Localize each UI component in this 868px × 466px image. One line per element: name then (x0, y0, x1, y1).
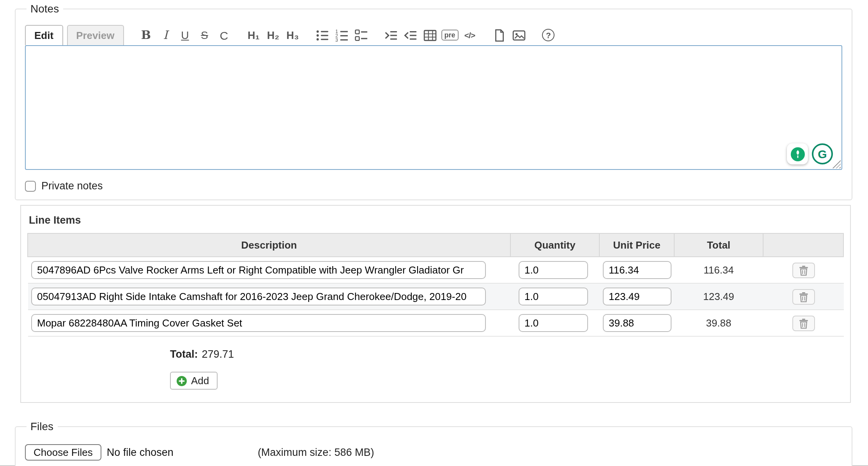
files-legend: Files (27, 420, 57, 432)
file-upload-row: Choose Files No file chosen (Maximum siz… (25, 444, 842, 461)
tab-preview[interactable]: Preview (67, 25, 124, 45)
insert-image-button[interactable] (509, 26, 528, 44)
notes-legend: Notes (27, 2, 63, 15)
add-button-label: Add (191, 375, 209, 387)
private-notes-label: Private notes (41, 180, 103, 192)
add-line-item-button[interactable]: Add (170, 372, 218, 390)
description-input[interactable] (31, 288, 485, 305)
indent-icon (384, 28, 397, 42)
help-button[interactable]: ? (539, 26, 558, 44)
table-icon (423, 28, 436, 42)
total-value: 279.71 (202, 348, 234, 360)
image-icon (512, 28, 525, 42)
bold-button[interactable]: B (136, 26, 156, 44)
col-description: Description (28, 233, 510, 257)
col-actions (763, 233, 843, 257)
row-total-value: 116.34 (703, 264, 734, 276)
grammarly-g-icon: G (818, 147, 827, 161)
line-item-row: 123.49 (28, 283, 843, 310)
quantity-input[interactable] (518, 314, 588, 332)
underline-icon: U (181, 29, 189, 41)
unit-price-input[interactable] (602, 314, 671, 332)
heading2-button[interactable]: H₂ (263, 26, 283, 44)
pre-icon: pre (441, 30, 458, 41)
delete-row-button[interactable] (792, 262, 815, 278)
attach-file-icon (492, 28, 506, 42)
underline-button[interactable]: U (175, 26, 195, 44)
blockquote-button[interactable] (381, 26, 400, 44)
tab-edit[interactable]: Edit (25, 25, 63, 45)
trash-icon (798, 291, 808, 302)
quantity-input[interactable] (518, 261, 588, 279)
svg-text:3: 3 (335, 37, 338, 42)
unit-price-input[interactable] (602, 261, 671, 279)
heading2-icon: H₂ (267, 29, 280, 41)
italic-button[interactable]: I (156, 26, 175, 44)
line-item-row: 39.88 (28, 310, 843, 336)
editor-toolbar: Edit Preview B I U S C H₁ H₂ H₃ (25, 24, 842, 45)
insert-file-button[interactable] (489, 26, 509, 44)
ordered-list-icon: 123 (335, 28, 348, 42)
col-quantity: Quantity (510, 233, 599, 257)
heading1-button[interactable]: H₁ (244, 26, 263, 44)
unit-price-input[interactable] (602, 288, 671, 305)
strikethrough-button[interactable]: S (195, 26, 214, 44)
heading3-icon: H₃ (286, 29, 299, 41)
inline-code-button[interactable]: C (214, 26, 234, 44)
inline-code-icon: C (220, 28, 229, 42)
no-file-chosen-text: No file chosen (107, 447, 174, 458)
description-input[interactable] (31, 314, 485, 332)
col-unit-price: Unit Price (599, 233, 674, 257)
notes-editor: Edit Preview B I U S C H₁ H₂ H₃ (25, 24, 842, 170)
italic-icon: I (163, 28, 168, 42)
private-notes-row: Private notes (25, 180, 842, 192)
files-fieldset: Files Choose Files No file chosen (Maxim… (15, 420, 852, 466)
help-icon: ? (542, 29, 554, 41)
unordered-list-icon (315, 28, 329, 42)
task-list-icon (354, 28, 368, 42)
code-block-icon: </> (464, 30, 475, 40)
issue-form-page: Notes Edit Preview B I U S C H₁ H₂ (0, 0, 868, 466)
description-input[interactable] (31, 261, 485, 279)
notes-textarea[interactable] (25, 45, 842, 170)
notes-textarea-wrapper: G (25, 45, 842, 170)
preformatted-button[interactable]: pre (439, 26, 460, 44)
line-items-title: Line Items (29, 214, 844, 226)
trash-icon (798, 265, 808, 275)
trash-icon (798, 318, 808, 328)
private-notes-checkbox[interactable] (25, 180, 36, 191)
row-total-value: 123.49 (703, 291, 734, 302)
line-items-table: Description Quantity Unit Price Total 11… (27, 233, 844, 337)
add-plus-icon (176, 375, 187, 386)
grammarly-button[interactable]: G (812, 143, 833, 164)
unquote-button[interactable] (400, 26, 420, 44)
heading1-icon: H₁ (248, 29, 260, 41)
choose-files-button[interactable]: Choose Files (25, 444, 101, 461)
grammarly-suggestions-icon (790, 147, 804, 161)
total-label: Total: (170, 348, 198, 360)
line-items-section: Line Items Description Quantity Unit Pri… (20, 205, 851, 403)
line-items-total: Total:279.71 (170, 348, 844, 360)
delete-row-button[interactable] (792, 315, 815, 331)
table-button[interactable] (420, 26, 439, 44)
grammarly-badges: G (787, 143, 833, 164)
code-block-button[interactable]: </> (460, 26, 479, 44)
delete-row-button[interactable] (792, 289, 815, 304)
outdent-icon (404, 28, 417, 42)
line-items-header-row: Description Quantity Unit Price Total (28, 233, 843, 257)
ordered-list-button[interactable]: 123 (332, 26, 351, 44)
quantity-input[interactable] (518, 288, 588, 305)
col-total: Total (674, 233, 763, 257)
formatting-toolbar: B I U S C H₁ H₂ H₃ (136, 25, 568, 45)
row-total-value: 39.88 (706, 317, 731, 329)
strikethrough-icon: S (201, 29, 208, 41)
notes-fieldset: Notes Edit Preview B I U S C H₁ H₂ (15, 2, 852, 200)
unordered-list-button[interactable] (312, 26, 332, 44)
line-item-row: 116.34 (28, 257, 843, 283)
bold-icon: B (141, 28, 151, 42)
heading3-button[interactable]: H₃ (283, 26, 302, 44)
task-list-button[interactable] (351, 26, 371, 44)
grammarly-suggestions-button[interactable] (787, 143, 808, 164)
max-size-note: (Maximum size: 586 MB) (258, 447, 374, 458)
